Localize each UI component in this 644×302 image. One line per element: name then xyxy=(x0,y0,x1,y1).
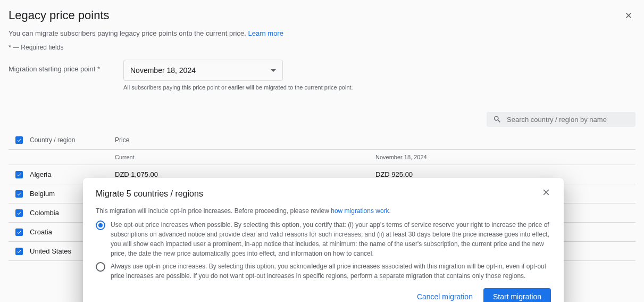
modal-intro: This migration will include opt-in price… xyxy=(96,207,551,215)
modal-intro-prefix: This migration will include opt-in price… xyxy=(96,207,331,215)
opt-in-label: Always use opt-in price increases. By se… xyxy=(111,262,551,281)
modal-title: Migrate 5 countries / regions xyxy=(96,189,203,199)
opt-in-radio[interactable] xyxy=(96,262,105,272)
opt-out-radio[interactable] xyxy=(96,221,105,230)
how-migrations-work-link[interactable]: how migrations work xyxy=(331,207,389,215)
modal-intro-suffix: . xyxy=(389,207,391,215)
modal-close-icon[interactable] xyxy=(541,187,551,200)
opt-out-label: Use opt-out price increases when possibl… xyxy=(111,220,551,258)
migrate-modal: Migrate 5 countries / regions This migra… xyxy=(83,178,564,302)
start-migration-button[interactable]: Start migration xyxy=(483,288,551,302)
cancel-migration-button[interactable]: Cancel migration xyxy=(411,288,479,302)
